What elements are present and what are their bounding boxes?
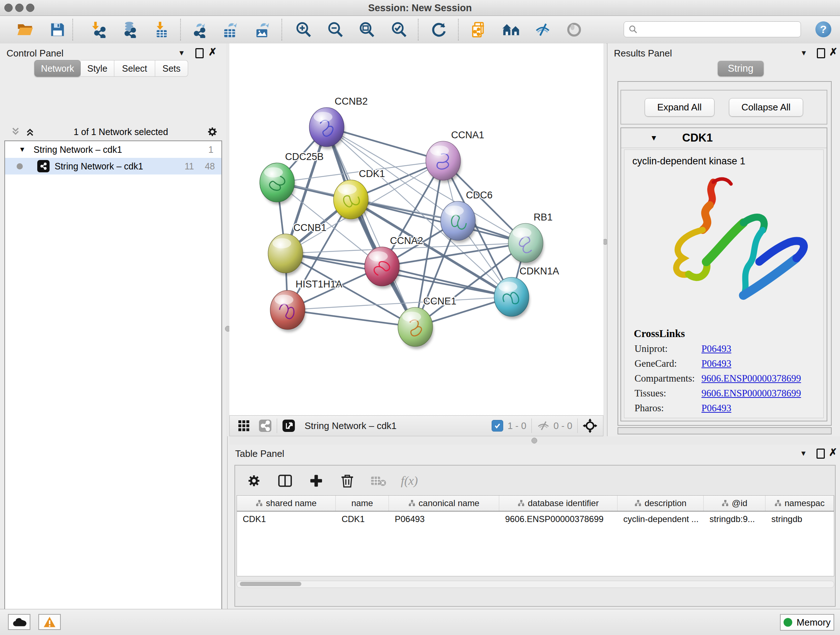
table-cell[interactable]: stringdb:9... [704, 514, 766, 524]
first-neighbors-icon[interactable] [501, 19, 522, 40]
network-node-CDK1[interactable]: CDK1 [333, 168, 385, 222]
table-cell[interactable]: cyclin-dependent ... [617, 514, 704, 524]
search-input[interactable] [638, 24, 791, 35]
network-canvas[interactable]: CCNB2CCNA1CDC25BCDK1CDC6RB1CCNB1CCNA2CDK… [229, 43, 603, 415]
open-in-new-window-icon[interactable] [282, 419, 295, 432]
zoom-out-icon[interactable] [325, 19, 346, 40]
import-network-icon[interactable] [88, 19, 109, 40]
expand-all-button[interactable]: Expand All [645, 98, 714, 117]
table-row[interactable]: CDK1CDK1P064939606.ENSP00000378699cyclin… [237, 511, 834, 527]
splitter-handle[interactable] [531, 438, 537, 443]
tab-style[interactable]: Style [81, 60, 114, 77]
export-image-icon[interactable] [252, 19, 273, 40]
float-panel-icon[interactable]: ▼ [178, 49, 185, 57]
network-edge[interactable] [287, 310, 415, 327]
duplicate-network-icon[interactable] [469, 19, 489, 40]
gene-section-header[interactable]: ▼ CDK1 [621, 128, 827, 148]
network-edge[interactable] [351, 200, 526, 243]
collapse-all-icon[interactable] [10, 126, 21, 137]
maximize-panel-icon[interactable] [816, 448, 825, 459]
crosslink-link[interactable]: 9606.ENSP00000378699 [701, 388, 801, 399]
open-session-icon[interactable] [14, 19, 35, 40]
node-position-reset-icon[interactable] [583, 418, 597, 433]
save-session-icon[interactable] [47, 19, 68, 40]
expand-all-icon[interactable] [25, 126, 35, 137]
import-table-icon[interactable] [151, 19, 172, 40]
table-cell[interactable]: P06493 [389, 514, 499, 524]
show-all-icon[interactable] [564, 19, 584, 40]
status-bar: Memory [0, 609, 840, 635]
zoom-selected-icon[interactable] [388, 19, 409, 40]
close-panel-icon[interactable]: ✗ [829, 448, 837, 456]
table-cell[interactable]: CDK1 [237, 514, 336, 524]
float-panel-icon[interactable]: ▼ [800, 449, 807, 458]
delete-table-icon[interactable] [370, 472, 387, 489]
column-header-name[interactable]: name [336, 496, 389, 511]
function-builder-icon[interactable]: f(x) [401, 474, 418, 488]
table-cell[interactable]: 9606.ENSP00000378699 [499, 514, 617, 524]
export-network-icon[interactable] [188, 19, 210, 40]
network-node-CCNB2[interactable]: CCNB2 [309, 96, 368, 149]
left-splitter[interactable] [226, 43, 229, 436]
crosslink-link[interactable]: P06493 [701, 402, 731, 414]
maximize-panel-icon[interactable] [195, 48, 204, 58]
table-cell[interactable]: stringdb [766, 514, 834, 524]
hidden-eye-icon[interactable] [537, 420, 550, 431]
hide-selected-icon[interactable] [532, 19, 553, 40]
warnings-button[interactable] [38, 614, 61, 630]
network-node-CCNB1[interactable]: CCNB1 [268, 222, 327, 276]
tab-string[interactable]: String [718, 61, 764, 76]
network-collection-row[interactable]: ▼ String Network – cdk1 1 [5, 141, 221, 158]
grid-view-icon[interactable] [238, 420, 250, 432]
network-row[interactable]: String Network – cdk1 11 48 [5, 158, 221, 174]
crosslink-link[interactable]: P06493 [701, 343, 731, 355]
column-header-description[interactable]: description [617, 496, 704, 511]
add-column-icon[interactable] [308, 472, 325, 489]
tab-network[interactable]: Network [34, 60, 81, 77]
export-table-icon[interactable] [219, 19, 240, 40]
network-overview-icon[interactable] [259, 419, 272, 432]
column-header-canonical-name[interactable]: canonical name [389, 496, 499, 511]
column-header-shared-name[interactable]: shared name [237, 496, 336, 511]
delete-column-icon[interactable] [339, 472, 356, 489]
crosslink-link[interactable]: 9606.ENSP00000378699 [701, 373, 801, 384]
column-header-database-identifier[interactable]: database identifier [499, 496, 617, 511]
network-node-CDKN1A[interactable]: CDKN1A [494, 266, 559, 319]
refresh-icon[interactable] [428, 19, 449, 40]
table-cell[interactable]: CDK1 [336, 514, 389, 524]
table-horizontal-scrollbar[interactable] [237, 581, 834, 588]
column-header--id[interactable]: @id [704, 496, 766, 511]
search-field[interactable] [624, 21, 801, 37]
tree-caret-icon[interactable]: ▼ [19, 146, 26, 154]
network-node-RB1[interactable]: RB1 [508, 212, 553, 265]
right-splitter[interactable] [603, 43, 607, 436]
tab-sets[interactable]: Sets [155, 60, 188, 77]
zoom-fit-icon[interactable] [356, 19, 377, 40]
close-panel-icon[interactable]: ✗ [208, 48, 217, 56]
network-edge[interactable] [382, 266, 512, 297]
float-panel-icon[interactable]: ▼ [800, 49, 807, 57]
selected-checkbox-icon[interactable] [492, 420, 503, 432]
zoom-in-icon[interactable] [293, 19, 314, 40]
network-node-CCNE1[interactable]: CCNE1 [398, 296, 456, 349]
help-button[interactable]: ? [815, 21, 831, 37]
close-panel-icon[interactable]: ✗ [829, 48, 837, 56]
network-edge[interactable] [327, 127, 415, 327]
table-settings-gear-icon[interactable] [245, 472, 263, 489]
collapsed-section-strip[interactable] [617, 427, 832, 434]
tab-select[interactable]: Select [114, 60, 155, 77]
section-caret-icon[interactable]: ▼ [650, 134, 658, 142]
network-options-gear-icon[interactable] [206, 126, 218, 138]
show-column-panel-icon[interactable] [276, 472, 294, 489]
network-node-CCNA1[interactable]: CCNA1 [426, 130, 485, 183]
collapse-all-button[interactable]: Collapse All [729, 98, 804, 117]
scrollbar-thumb[interactable] [240, 582, 302, 586]
maximize-panel-icon[interactable] [817, 48, 825, 58]
network-node-HIST1H1A[interactable]: HIST1H1A [270, 279, 342, 332]
import-network-from-database-icon[interactable] [118, 19, 139, 40]
column-header-namespac[interactable]: namespac [766, 496, 834, 511]
horizontal-splitter[interactable] [229, 436, 840, 445]
crosslink-link[interactable]: P06493 [701, 358, 731, 369]
cloud-status-button[interactable] [8, 614, 30, 630]
memory-button[interactable]: Memory [780, 614, 834, 631]
